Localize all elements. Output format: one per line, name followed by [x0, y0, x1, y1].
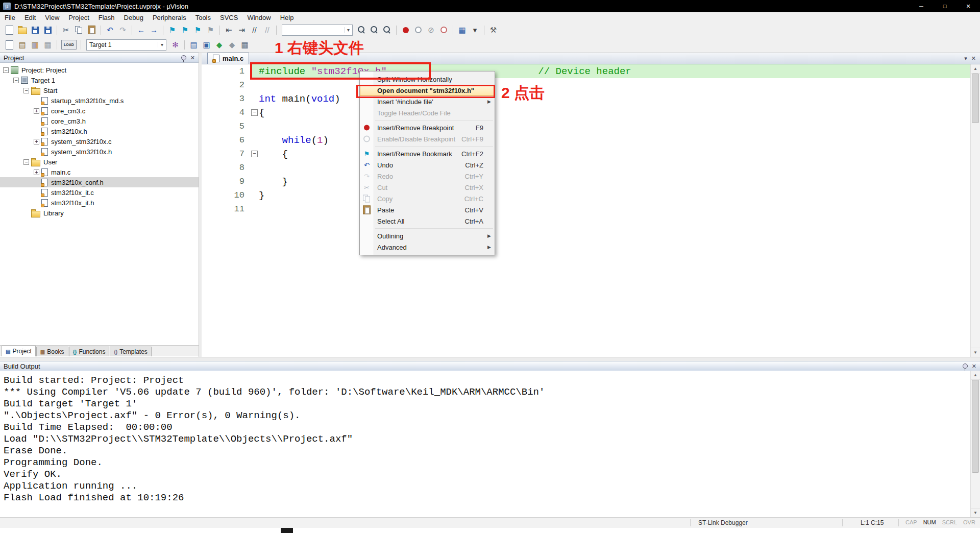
run-time-environment-icon[interactable]: ◆ — [213, 39, 225, 50]
cut-icon[interactable]: ✂ — [60, 25, 72, 35]
find-icon[interactable] — [369, 25, 380, 35]
tree-item-system-stm32f10x-c[interactable]: +system_stm32f10x.c — [0, 136, 199, 147]
configure-icon[interactable]: ⚒ — [487, 25, 499, 35]
incremental-find-icon[interactable] — [381, 25, 393, 35]
output-splitter[interactable] — [0, 357, 980, 361]
pin-icon[interactable] — [963, 364, 968, 369]
indent-icon[interactable]: ⇥ — [236, 25, 248, 35]
menu-project[interactable]: Project — [64, 13, 93, 22]
find-text-combo[interactable]: ▾ — [282, 25, 353, 36]
menu-edit[interactable]: Edit — [20, 13, 40, 22]
scroll-down-icon[interactable]: ▼ — [971, 508, 980, 517]
code-line[interactable]: 8 — [202, 161, 970, 175]
tree-item-user[interactable]: −User — [0, 157, 199, 167]
tree-expander-icon[interactable]: + — [34, 139, 39, 144]
code-line[interactable]: 11 — [202, 202, 970, 216]
menu-peripherals[interactable]: Peripherals — [148, 13, 191, 22]
close-document-icon[interactable]: ✕ — [971, 56, 976, 61]
tab-templates[interactable]: ()Templates — [110, 347, 151, 356]
scroll-up-icon[interactable]: ▲ — [971, 64, 980, 74]
menu-tools[interactable]: Tools — [191, 13, 215, 22]
context-menu-insert-remove-breakpoint[interactable]: Insert/Remove BreakpointF9 — [360, 122, 495, 133]
new-file-icon[interactable] — [4, 25, 15, 35]
code-line[interactable]: 6 while(1) — [202, 133, 970, 147]
menu-view[interactable]: View — [40, 13, 64, 22]
tree-item-start[interactable]: −Start — [0, 85, 199, 95]
fold-toggle-icon[interactable]: − — [251, 151, 258, 157]
minimize-button[interactable]: ─ — [910, 0, 933, 12]
kill-breakpoints-icon[interactable]: ⊘ — [425, 25, 437, 35]
build-output-log[interactable]: Build started: Project: Project*** Using… — [0, 371, 970, 517]
code-area[interactable]: 1#include "stm32f10x.h" // Device header… — [202, 64, 970, 357]
manage-project-items-icon[interactable]: ▤ — [188, 39, 200, 50]
tree-item-core-cm3-c[interactable]: +core_cm3.c — [0, 106, 199, 116]
code-line[interactable]: 2 — [202, 78, 970, 92]
tree-item-system-stm32f10x-h[interactable]: system_stm32f10x.h — [0, 147, 199, 157]
outdent-icon[interactable]: ⇤ — [223, 25, 235, 35]
copy-icon[interactable] — [73, 25, 85, 35]
menu-file[interactable]: File — [0, 13, 20, 22]
pack-installer-icon[interactable]: ▦ — [239, 39, 251, 50]
code-line[interactable]: 5 — [202, 119, 970, 133]
tree-expander-icon[interactable]: − — [13, 78, 19, 83]
open-file-icon[interactable] — [16, 25, 28, 35]
context-menu-select-all[interactable]: Select AllCtrl+A — [360, 215, 495, 227]
options-for-target-icon[interactable]: ✻ — [169, 39, 181, 50]
context-menu-advanced[interactable]: Advanced▶ — [360, 241, 495, 253]
code-line[interactable]: 10} — [202, 188, 970, 202]
scroll-up-icon[interactable]: ▲ — [971, 371, 980, 380]
tree-item-stm32f10x-it-c[interactable]: stm32f10x_it.c — [0, 187, 199, 198]
tree-expander-icon[interactable]: − — [23, 159, 29, 165]
code-line[interactable]: 9 } — [202, 175, 970, 188]
tab-books[interactable]: ▥Books — [36, 347, 68, 356]
navigate-forward-icon[interactable]: → — [148, 25, 160, 35]
next-bookmark-icon[interactable]: ⚑ — [192, 25, 204, 35]
undo-icon[interactable]: ↶ — [104, 25, 116, 35]
context-menu-paste[interactable]: PasteCtrl+V — [360, 204, 495, 215]
tree-item-target-1[interactable]: −Target 1 — [0, 75, 199, 85]
code-line[interactable]: 7− { — [202, 147, 970, 161]
close-icon[interactable]: ✕ — [190, 55, 195, 61]
fold-toggle-icon[interactable]: − — [251, 109, 258, 116]
software-packs-icon[interactable]: ◆ — [226, 39, 238, 50]
paste-icon[interactable] — [86, 25, 97, 35]
code-line[interactable]: 4−{ — [202, 106, 970, 119]
menu-window[interactable]: Window — [242, 13, 275, 22]
tree-expander-icon[interactable]: + — [34, 108, 39, 114]
tree-item-startup-stm32f10x-md-s[interactable]: startup_stm32f10x_md.s — [0, 95, 199, 106]
pin-icon[interactable] — [181, 55, 186, 60]
menu-flash[interactable]: Flash — [94, 13, 119, 22]
debug-windows-icon[interactable]: ▦ — [456, 25, 468, 35]
target-select[interactable]: Target 1▾ — [86, 39, 166, 51]
batch-build-icon[interactable]: ▦ — [42, 39, 54, 50]
tree-item-stm32f10x-conf-h[interactable]: stm32f10x_conf.h — [0, 177, 199, 187]
save-all-icon[interactable] — [42, 25, 54, 35]
download-icon[interactable]: LOAD — [60, 39, 78, 50]
toggle-bookmark-icon[interactable]: ⚑ — [166, 25, 178, 35]
find-in-files-icon[interactable] — [356, 25, 368, 35]
tree-item-library[interactable]: Library — [0, 208, 199, 218]
menu-debug[interactable]: Debug — [119, 13, 148, 22]
previous-bookmark-icon[interactable]: ⚑ — [179, 25, 191, 35]
close-icon[interactable]: ✕ — [972, 364, 976, 369]
build-icon[interactable]: ▤ — [16, 39, 28, 50]
editor-scrollbar[interactable]: ▲ ▼ — [970, 64, 980, 357]
tab-functions[interactable]: {}Functions — [69, 347, 110, 356]
code-line[interactable]: 3int main(void) — [202, 92, 970, 106]
clear-bookmarks-icon[interactable]: ⚑ — [205, 25, 216, 35]
tree-item-project-project[interactable]: −Project: Project — [0, 65, 199, 75]
rebuild-icon[interactable]: ▥ — [29, 39, 41, 50]
context-menu-outlining[interactable]: Outlining▶ — [360, 230, 495, 241]
enable-breakpoints-icon[interactable] — [438, 25, 450, 35]
context-menu-insert-remove-bookmark[interactable]: ⚑Insert/Remove BookmarkCtrl+F2 — [360, 148, 495, 159]
disable-breakpoint-icon[interactable] — [412, 25, 424, 35]
tree-expander-icon[interactable]: − — [3, 67, 9, 73]
close-button[interactable]: ✕ — [957, 0, 980, 12]
translate-icon[interactable] — [4, 39, 15, 50]
uncomment-selection-icon[interactable]: // — [261, 25, 273, 35]
tab-main-c[interactable]: main.c — [207, 53, 249, 64]
save-icon[interactable] — [29, 25, 41, 35]
context-menu-undo[interactable]: ↶UndoCtrl+Z — [360, 159, 495, 171]
scroll-down-icon[interactable]: ▼ — [971, 348, 980, 357]
scrollbar-thumb[interactable] — [972, 74, 979, 123]
